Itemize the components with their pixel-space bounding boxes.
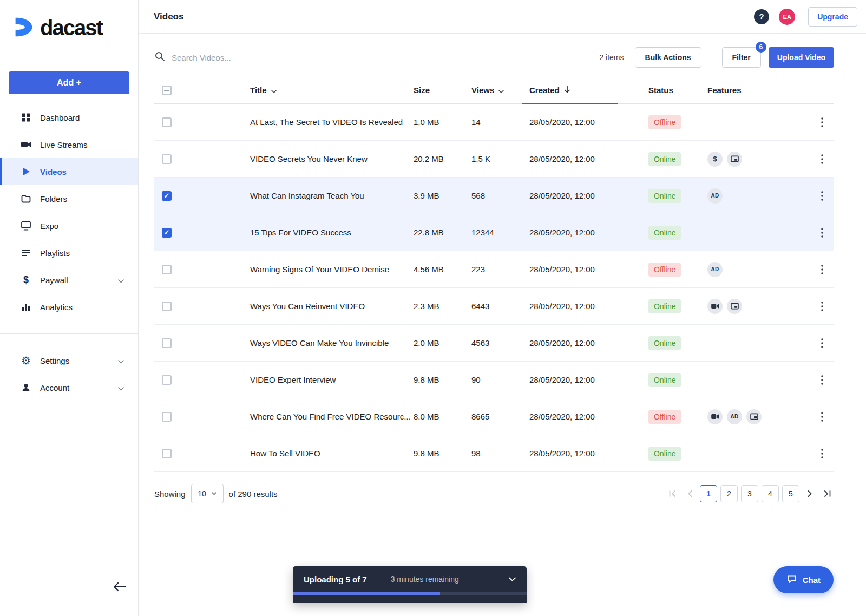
status-badge: Offline: [648, 263, 681, 277]
row-menu-button[interactable]: [810, 435, 834, 471]
search-box: [154, 51, 599, 64]
sidebar-menu: Dashboard Live Streams Videos Folders Ex…: [0, 104, 138, 320]
filter-button[interactable]: Filter: [722, 47, 761, 68]
page-button-2[interactable]: 2: [720, 485, 738, 502]
column-header-title[interactable]: Title: [242, 86, 414, 95]
gear-icon: ⚙: [21, 355, 31, 366]
avatar[interactable]: EA: [779, 9, 795, 25]
row-menu-button[interactable]: [810, 104, 834, 140]
row-size: 9.8 MB: [414, 449, 471, 458]
row-checkbox[interactable]: [162, 117, 172, 127]
sort-arrow-down-icon: [564, 86, 570, 95]
pagination: 12345: [665, 485, 834, 502]
brand-name: dacast: [40, 16, 102, 40]
select-all-checkbox[interactable]: [162, 86, 172, 95]
sidebar-item-playlists[interactable]: Playlists: [0, 239, 138, 266]
row-created: 28/05/2020, 12:00: [529, 412, 648, 421]
row-title[interactable]: What Can Instagram Teach You: [242, 191, 414, 200]
row-checkbox[interactable]: [162, 338, 172, 348]
page-button-3[interactable]: 3: [741, 485, 758, 502]
column-header-views[interactable]: Views: [471, 86, 529, 95]
sidebar-item-paywall[interactable]: $ Paywall: [0, 266, 138, 293]
row-checkbox[interactable]: [162, 265, 172, 274]
next-page-button[interactable]: [803, 485, 817, 502]
status-cell: Online: [648, 189, 707, 203]
status-badge: Online: [648, 336, 681, 350]
row-menu-button[interactable]: [810, 325, 834, 361]
upload-video-button[interactable]: Upload Video: [769, 47, 834, 68]
row-menu-button[interactable]: [810, 251, 834, 287]
row-checkbox[interactable]: [162, 154, 172, 164]
showing-label: Showing: [154, 489, 186, 499]
column-header-size[interactable]: Size: [414, 86, 471, 95]
row-title[interactable]: VIDEO Expert Interview: [242, 375, 414, 384]
sidebar-item-folders[interactable]: Folders: [0, 185, 138, 212]
row-checkbox[interactable]: [162, 191, 172, 201]
sidebar-item-settings[interactable]: ⚙ Settings: [0, 347, 138, 374]
help-icon[interactable]: ?: [754, 9, 769, 24]
row-title[interactable]: At Last, The Secret To VIDEO Is Revealed: [242, 117, 414, 127]
last-page-button[interactable]: [820, 485, 834, 502]
sidebar-item-dashboard[interactable]: Dashboard: [0, 104, 138, 131]
chat-button[interactable]: Chat: [773, 566, 834, 593]
row-features: AD: [707, 188, 810, 204]
picture-in-picture-feature-icon: [727, 152, 742, 167]
sidebar-item-account[interactable]: Account: [0, 374, 138, 401]
row-title[interactable]: Where Can You Find Free VIDEO Resourc...: [242, 412, 414, 421]
row-views: 12344: [471, 228, 529, 237]
sidebar-item-live-streams[interactable]: Live Streams: [0, 131, 138, 158]
page-size-select[interactable]: 10: [191, 484, 224, 503]
first-page-button[interactable]: [665, 485, 679, 502]
upgrade-button[interactable]: Upgrade: [808, 7, 857, 27]
row-title[interactable]: Ways VIDEO Can Make You Invincible: [242, 338, 414, 348]
sidebar-item-videos[interactable]: Videos: [0, 158, 138, 185]
row-menu-button[interactable]: [810, 398, 834, 435]
page-button-4[interactable]: 4: [762, 485, 779, 502]
sidebar-item-expo[interactable]: Expo: [0, 212, 138, 239]
row-title[interactable]: Ways You Can Reinvent VIDEO: [242, 302, 414, 311]
add-button[interactable]: Add +: [9, 71, 129, 94]
row-menu-button[interactable]: [810, 288, 834, 324]
row-checkbox[interactable]: [162, 302, 172, 311]
sidebar-secondary-menu: ⚙ Settings Account: [0, 347, 138, 401]
status-badge: Online: [648, 152, 681, 166]
status-badge: Online: [648, 373, 681, 387]
row-checkbox[interactable]: [162, 449, 172, 458]
column-label: Status: [648, 86, 673, 95]
search-input[interactable]: [172, 53, 345, 62]
dashboard-icon: [21, 112, 31, 123]
row-menu-button[interactable]: [810, 214, 834, 251]
status-badge: Offline: [648, 115, 681, 129]
row-size: 22.8 MB: [414, 228, 471, 237]
page-button-1[interactable]: 1: [700, 485, 717, 502]
row-views: 1.5 K: [471, 154, 529, 163]
row-checkbox[interactable]: [162, 412, 172, 422]
page-button-5[interactable]: 5: [782, 485, 799, 502]
playlists-icon: [21, 247, 31, 258]
app: dacast Add + Dashboard Live Streams Vide…: [0, 0, 866, 616]
row-title[interactable]: Warning Signs Of Your VIDEO Demise: [242, 265, 414, 274]
column-header-features: Features: [707, 86, 810, 95]
sidebar-item-label: Account: [40, 383, 69, 392]
bulk-actions-button[interactable]: Bulk Actions: [635, 47, 701, 68]
sidebar-item-analytics[interactable]: Analytics: [0, 293, 138, 320]
row-menu-button[interactable]: [810, 362, 834, 398]
videos-table: Title Size Views Created: [154, 77, 834, 472]
row-views: 568: [471, 191, 529, 200]
collapse-sidebar-arrow-icon[interactable]: [113, 581, 127, 594]
previous-page-button[interactable]: [683, 485, 697, 502]
column-header-created[interactable]: Created: [529, 77, 648, 103]
collapse-panel-chevron-icon[interactable]: [509, 577, 516, 581]
row-size: 4.56 MB: [414, 265, 471, 274]
row-checkbox[interactable]: [162, 228, 172, 238]
status-cell: Online: [648, 299, 707, 313]
row-checkbox[interactable]: [162, 375, 172, 385]
row-title[interactable]: 15 Tips For VIDEO Success: [242, 228, 414, 237]
row-title[interactable]: VIDEO Secrets You Never Knew: [242, 154, 414, 163]
status-cell: Offline: [648, 115, 707, 129]
chevron-down-icon: [212, 492, 216, 495]
row-menu-button[interactable]: [810, 141, 834, 177]
row-title[interactable]: How To Sell VIDEO: [242, 449, 414, 458]
row-menu-button[interactable]: [810, 178, 834, 214]
ad-feature-icon: AD: [707, 188, 723, 204]
